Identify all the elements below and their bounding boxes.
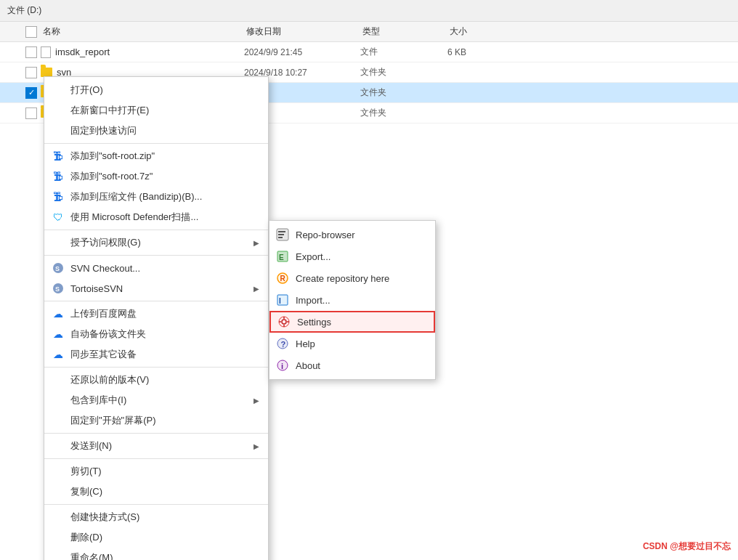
settings-icon	[277, 315, 291, 329]
menu-item-restore[interactable]: 还原以前的版本(V)	[44, 370, 268, 390]
menu-label: 复制(C)	[70, 485, 102, 498]
menu-item-add-7z[interactable]: 🗜 添加到"soft-root.7z"	[44, 166, 268, 187]
menu-label: SVN Checkout...	[70, 263, 140, 274]
menu-label: 同步至其它设备	[70, 348, 137, 361]
menu-label: 固定到快速访问	[70, 124, 137, 137]
row-checkbox[interactable]	[25, 107, 37, 119]
menu-label: 固定到"开始"屏幕(P)	[70, 414, 156, 427]
menu-label: 删除(D)	[70, 531, 102, 544]
menu-label: 添加到"soft-root.7z"	[70, 170, 153, 183]
menu-item-create-shortcut[interactable]: 创建快捷方式(S)	[44, 507, 268, 527]
bandizip-icon: 🗜	[52, 170, 65, 183]
import-icon: I	[275, 293, 290, 307]
menu-item-cut[interactable]: 剪切(T)	[44, 461, 268, 482]
menu-item-open[interactable]: 打开(O)	[44, 80, 268, 100]
row-checkbox[interactable]: ✓	[25, 87, 37, 99]
col-header-type[interactable]: 类型	[362, 25, 450, 38]
table-row[interactable]: imsdk_report 2024/9/9 21:45 文件 6 KB	[0, 42, 738, 62]
submenu-item-import[interactable]: I Import...	[269, 289, 435, 311]
submenu-label: About	[296, 360, 320, 371]
submenu-item-create-repo[interactable]: R Create repository here	[269, 267, 435, 289]
title-text: 文件 (D:)	[7, 4, 41, 17]
menu-label: TortoiseSVN	[70, 283, 123, 294]
about-icon: i	[275, 358, 290, 373]
menu-item-tortoisesvn[interactable]: S TortoiseSVN ▶	[44, 278, 268, 299]
help-icon: ?	[275, 336, 290, 351]
export-icon: E	[275, 249, 290, 264]
menu-item-sync[interactable]: ☁ 同步至其它设备	[44, 344, 268, 365]
menu-item-open-new-window[interactable]: 在新窗口中打开(E)	[44, 100, 268, 121]
svg-text:S: S	[55, 285, 60, 293]
col-header-date[interactable]: 修改日期	[246, 25, 362, 38]
menu-item-send-to[interactable]: 发送到(N) ▶	[44, 436, 268, 456]
header-checkbox[interactable]	[25, 26, 37, 38]
menu-separator	[44, 230, 268, 230]
watermark: CSDN @想要过目不忘	[643, 540, 731, 553]
menu-separator	[44, 143, 268, 144]
submenu-arrow: ▶	[254, 397, 259, 405]
menu-item-baidu-upload[interactable]: ☁ 上传到百度网盘	[44, 304, 268, 324]
col-header-name[interactable]: 名称	[43, 25, 246, 38]
svg-text:E: E	[279, 253, 284, 261]
baidu-icon: ☁	[52, 307, 65, 320]
title-bar: 文件 (D:)	[0, 0, 738, 22]
menu-separator	[44, 504, 268, 505]
submenu-arrow: ▶	[254, 442, 259, 450]
repo-browser-icon	[275, 227, 290, 242]
file-type: 文件	[360, 46, 447, 58]
create-repo-icon: R	[275, 271, 290, 285]
menu-item-copy[interactable]: 复制(C)	[44, 482, 268, 502]
submenu-label: Export...	[296, 251, 331, 262]
svg-text:?: ?	[281, 340, 286, 349]
menu-item-bandizip[interactable]: 🗜 添加到压缩文件 (Bandizip)(B)...	[44, 187, 268, 207]
col-header-size[interactable]: 大小	[450, 25, 508, 38]
svg-rect-5	[278, 231, 285, 232]
menu-item-delete[interactable]: 删除(D)	[44, 527, 268, 548]
svg-rect-6	[278, 234, 284, 235]
menu-separator	[44, 367, 268, 368]
menu-item-pin-start[interactable]: 固定到"开始"屏幕(P)	[44, 410, 268, 431]
submenu-arrow: ▶	[254, 239, 259, 247]
menu-item-defender[interactable]: 🛡 使用 Microsoft Defender扫描...	[44, 207, 268, 227]
file-type: 文件夹	[360, 86, 447, 99]
file-size: 6 KB	[447, 47, 506, 57]
menu-item-rename[interactable]: 重命名(M)	[44, 548, 268, 560]
menu-separator	[44, 255, 268, 256]
menu-label: 添加到压缩文件 (Bandizip)(B)...	[70, 190, 202, 203]
submenu-arrow: ▶	[254, 285, 259, 293]
row-checkbox[interactable]	[25, 46, 37, 58]
menu-label: 授予访问权限(G)	[70, 236, 141, 249]
submenu-item-help[interactable]: ? Help	[269, 333, 435, 354]
submenu-item-repo-browser[interactable]: Repo-browser	[269, 224, 435, 245]
tortoisesvn-submenu: Repo-browser E Export... R Create reposi…	[269, 220, 436, 380]
menu-separator	[44, 458, 268, 459]
menu-label: 自动备份该文件夹	[70, 328, 146, 341]
file-date: 2024/9/9 21:45	[244, 47, 360, 57]
submenu-item-about[interactable]: i About	[269, 354, 435, 376]
menu-label: 使用 Microsoft Defender扫描...	[70, 211, 198, 224]
submenu-label: Help	[296, 338, 315, 349]
bandizip-icon: 🗜	[52, 150, 65, 163]
bandizip-icon: 🗜	[52, 190, 65, 203]
baidu-icon: ☁	[52, 348, 65, 361]
menu-item-svn-checkout[interactable]: S SVN Checkout...	[44, 258, 268, 278]
row-checkbox[interactable]	[25, 67, 37, 78]
menu-label: 剪切(T)	[70, 465, 102, 478]
defender-icon: 🛡	[52, 211, 65, 224]
file-list-header: 名称 修改日期 类型 大小	[0, 22, 738, 42]
submenu-label: Settings	[297, 317, 331, 328]
svg-text:i: i	[281, 362, 283, 370]
tortoisesvn-icon: S	[52, 282, 65, 295]
menu-item-access-rights[interactable]: 授予访问权限(G) ▶	[44, 232, 268, 253]
menu-item-auto-backup[interactable]: ☁ 自动备份该文件夹	[44, 324, 268, 344]
file-name: imsdk_report	[55, 46, 110, 57]
menu-item-add-zip[interactable]: 🗜 添加到"soft-root.zip"	[44, 146, 268, 166]
submenu-item-export[interactable]: E Export...	[269, 245, 435, 267]
menu-label: 还原以前的版本(V)	[70, 373, 149, 386]
file-type: 文件夹	[360, 107, 447, 119]
menu-label: 在新窗口中打开(E)	[70, 104, 149, 117]
menu-item-include-library[interactable]: 包含到库中(I) ▶	[44, 390, 268, 410]
submenu-item-settings[interactable]: Settings	[269, 311, 435, 333]
menu-item-pin-quick[interactable]: 固定到快速访问	[44, 121, 268, 141]
baidu-icon: ☁	[52, 328, 65, 341]
